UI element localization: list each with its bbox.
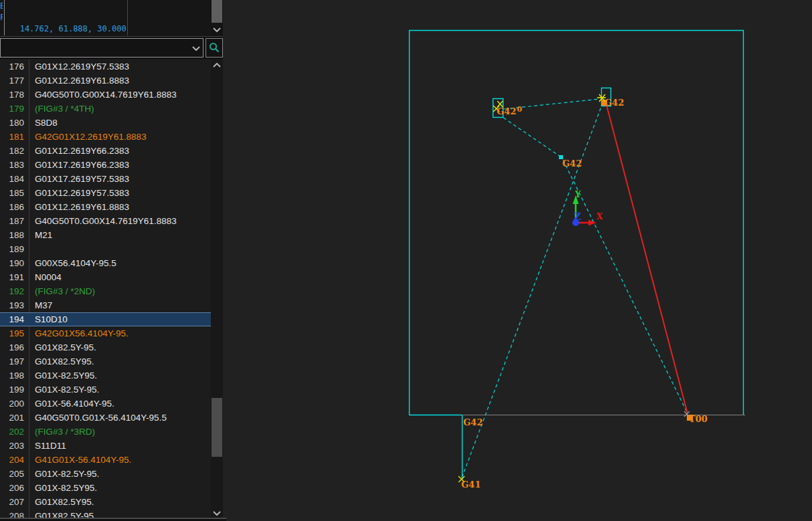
line-number: 198 [0,369,29,383]
clipped-char-2: F [0,12,3,23]
code-row[interactable]: 200 G01X-56.4104Y-95. [0,397,211,411]
code-row[interactable]: 193 M37 [0,298,211,312]
code-text: G01X-82.5Y-95. [29,467,99,481]
scroll-down-icon[interactable] [213,27,221,32]
line-number: 186 [0,200,29,214]
code-row[interactable]: 190 G00X56.4104Y-95.5 [0,256,211,270]
code-text: S10D10 [29,312,68,326]
status-lines: 14.762, 61.888, 30.000 14.762, 61.888, 3… [5,1,127,36]
code-row[interactable]: 204 G41G01X-56.4104Y-95. [0,453,211,467]
line-number: 204 [0,453,29,467]
line-number: 207 [0,495,29,509]
code-row[interactable]: 194 S10D10 [0,312,211,326]
line-number: 190 [0,256,29,270]
code-row[interactable]: 189 [0,242,211,256]
line-number: 177 [0,74,29,88]
code-row[interactable]: 182 G01X12.2619Y66.2383 [0,144,211,158]
code-row[interactable]: 207 G01X82.5Y95. [0,495,211,509]
code-row[interactable]: 187 G40G50T0.G00X14.7619Y61.8883 [0,214,211,228]
line-number: 194 [0,312,29,326]
code-scrollbar[interactable] [211,59,223,521]
line-number: 199 [0,383,29,397]
code-text: G01X-82.5Y-95. [29,383,99,397]
search-combobox[interactable] [0,38,204,58]
left-panel: E F 14.762, 61.888, 30.000 14.762, 61.88… [0,0,223,521]
code-row[interactable]: 198 G01X-82.5Y95. [0,369,211,383]
line-number: 201 [0,411,29,425]
chevron-down-icon[interactable] [192,46,200,51]
code-row[interactable]: 205 G01X-82.5Y-95. [0,467,211,481]
code-text: G01X-82.5Y95. [29,369,97,383]
code-row[interactable]: 196 G01X82.5Y-95. [0,340,211,354]
scroll-down-icon[interactable] [213,511,221,516]
code-text: G01X17.2619Y66.2383 [29,158,129,172]
code-row[interactable]: 184 G01X17.2619Y57.5383 [0,172,211,186]
rapid-move-2 [503,118,560,157]
code-text: G40G50T0.G00X14.7619Y61.8883 [29,88,177,102]
code-text: (FIG#3 / *2ND) [29,284,95,298]
code-row[interactable]: 199 G01X-82.5Y-95. [0,383,211,397]
status-scrollbar[interactable] [211,0,223,35]
code-text: S11D11 [29,439,66,453]
code-scrollbar-thumb[interactable] [212,398,222,457]
line-number: 188 [0,228,29,242]
line-number: 206 [0,481,29,495]
code-row[interactable]: 197 G01X82.5Y95. [0,354,211,369]
tool-marker-bottom [687,415,693,421]
code-text: S8D8 [29,116,58,130]
search-row [0,37,223,59]
status-line-1: 14.762, 61.888, 30.000 [5,23,127,35]
code-row[interactable]: 188 M21 [0,228,211,242]
scroll-up-icon[interactable] [213,63,221,68]
rapid-move-1 [504,99,600,109]
code-text: G01X12.2619Y61.8883 [29,74,129,88]
line-number: 192 [0,284,29,298]
code-row[interactable]: 179 (FIG#3 / *4TH) [0,102,211,116]
line-number: 180 [0,116,29,130]
code-row[interactable]: 192 (FIG#3 / *2ND) [0,284,211,298]
code-text: G01X-82.5Y95. [29,481,97,495]
status-divider-mid [127,0,128,35]
search-button[interactable] [206,38,223,58]
search-input[interactable] [3,40,187,56]
code-row[interactable]: 191 N0004 [0,270,211,284]
code-row[interactable]: 201 G40G50T0.G01X-56.4104Y-95.5 [0,411,211,425]
line-number: 176 [0,60,29,74]
line-number: 181 [0,130,29,144]
code-row[interactable]: 185 G01X12.2619Y57.5383 [0,186,211,200]
code-row[interactable]: 183 G01X17.2619Y66.2383 [0,158,211,172]
code-text: (FIG#3 / *4TH) [29,102,94,116]
code-list: 176 G01X12.2619Y57.5383 177 G01X12.2619Y… [0,59,211,521]
line-number: 187 [0,214,29,228]
code-row[interactable]: 178 G40G50T0.G00X14.7619Y61.8883 [0,88,211,102]
line-number: 193 [0,298,29,312]
code-text: G01X12.2619Y57.5383 [29,60,129,74]
code-row[interactable]: 180 S8D8 [0,116,211,130]
code-row[interactable]: 206 G01X-82.5Y95. [0,481,211,495]
rapid-move-3 [462,102,603,478]
code-row[interactable]: 177 G01X12.2619Y61.8883 [0,74,211,88]
search-icon [208,41,220,54]
point-cross-bottom [459,476,465,482]
code-row[interactable]: 202 (FIG#3 / *3RD) [0,425,211,439]
code-text: G01X12.2619Y57.5383 [29,186,129,200]
line-number: 200 [0,397,29,411]
code-text: G42G01X56.4104Y-95. [29,326,129,340]
code-row[interactable]: 186 G01X12.2619Y61.8883 [0,200,211,214]
code-row[interactable]: 203 S11D11 [0,439,211,453]
line-number: 202 [0,425,29,439]
line-number: 195 [0,326,29,340]
code-text: G40G50T0.G00X14.7619Y61.8883 [29,214,177,228]
status-scrollbar-thumb[interactable] [212,0,222,23]
code-row[interactable]: 181 G42G01X12.2619Y61.8883 [0,130,211,144]
code-text: G00X56.4104Y-95.5 [29,256,116,270]
line-number: 179 [0,102,29,116]
code-text [29,242,35,256]
code-text: N0004 [29,270,62,284]
code-row[interactable]: 195 G42G01X56.4104Y-95. [0,326,211,340]
code-text: M37 [29,298,52,312]
clipped-char-1: E [0,1,3,11]
code-row[interactable]: 176 G01X12.2619Y57.5383 [0,60,211,74]
code-text: G01X82.5Y95. [29,354,94,369]
code-text: G01X82.5Y-95. [29,340,96,354]
